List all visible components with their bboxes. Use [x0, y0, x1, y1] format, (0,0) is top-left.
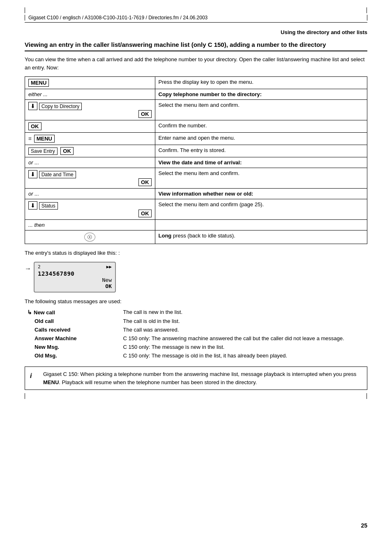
new-call-arrow: ↳	[27, 309, 32, 316]
right-cell-or1: View the date and time of arrival:	[155, 157, 367, 168]
info-box: i Gigaset C 150: When picking a telephon…	[25, 366, 367, 390]
entry-status-text: The entry's status is displayed like thi…	[25, 250, 367, 256]
status-messages-intro: The following status messages are used:	[25, 298, 367, 304]
keypad-icon: ⌗	[28, 135, 32, 142]
display-top-right: ▶▶	[106, 264, 112, 270]
left-cell-ok: OK	[25, 120, 155, 133]
save-entry-key: Save Entry	[28, 148, 58, 155]
copy-dir-key: Copy to Directory	[39, 103, 82, 110]
display-number: 1234567890	[38, 270, 112, 277]
left-cell-menu: MENU	[25, 77, 155, 89]
ok-date-key: OK	[138, 178, 152, 186]
status-row-new-call: ↳New call The call is new in the list.	[25, 308, 367, 317]
info-box-text: Gigaset C 150: When picking a telephone …	[43, 370, 362, 386]
status-label-old-msg: Old Msg.	[25, 351, 121, 360]
menu-bold: MENU	[43, 379, 59, 385]
table-row: either ... Copy telephone number to the …	[25, 89, 367, 100]
left-cell-date-time: ⬇ Date and Time OK	[25, 168, 155, 189]
table-row: MENU Press the display key to open the m…	[25, 77, 367, 89]
status-label-old-call: Old call	[25, 317, 121, 325]
table-row: ... then	[25, 220, 367, 230]
intro-paragraph: You can view the time when a call arrive…	[25, 55, 367, 71]
left-cell-end: ☉	[25, 230, 155, 244]
table-row: or ... View the date and time of arrival…	[25, 157, 367, 168]
table-row: Save Entry OK Confirm. The entry is stor…	[25, 145, 367, 157]
status-label-answer-machine: Answer Machine	[25, 334, 121, 343]
right-cell-status: Select the menu item and confirm (page 2…	[155, 199, 367, 220]
arrow-down-icon: ⬇	[28, 102, 37, 110]
right-cell-ok: Confirm the number.	[155, 120, 367, 133]
header-bar: Gigaset C100 / englisch / A31008-C100-J1…	[25, 15, 367, 23]
display-top-left: 2	[38, 264, 41, 270]
table-row: ⬇ Status OK Select the menu item and con…	[25, 199, 367, 220]
status-text-answer-machine: C 150 only: The answering machine answer…	[121, 334, 367, 343]
display-arrow: →	[25, 265, 31, 272]
top-corner-marks	[25, 7, 367, 13]
status-row-calls-received: Calls received The call was answered.	[25, 325, 367, 334]
left-cell-or2: or ...	[25, 189, 155, 199]
left-cell-copy: ⬇ Copy to Directory OK	[25, 100, 155, 120]
right-cell-save-entry: Confirm. The entry is stored.	[155, 145, 367, 157]
ok-key: OK	[138, 110, 152, 118]
status-text-new-msg: C 150 only: The message is new in the li…	[121, 343, 367, 351]
display-new-label: New	[38, 277, 112, 283]
status-row-old-msg: Old Msg. C 150 only: The message is old …	[25, 351, 367, 360]
left-cell-keypad-menu: ⌗ MENU	[25, 133, 155, 145]
status-text-old-call: The call is old in the list.	[121, 317, 367, 325]
right-cell-date-time: Select the menu item and confirm.	[155, 168, 367, 189]
main-title: Viewing an entry in the caller list/answ…	[25, 41, 367, 51]
status-messages-table: ↳New call The call is new in the list. O…	[25, 308, 367, 360]
section-heading: Using the directory and other lists	[25, 29, 367, 35]
info-icon: i	[30, 370, 38, 386]
right-cell-keypad-menu: Enter name and open the menu.	[155, 133, 367, 145]
page-number: 25	[361, 522, 367, 529]
display-ok-label: OK	[38, 283, 112, 289]
left-cell-save-entry: Save Entry OK	[25, 145, 155, 157]
table-row: or ... View information whether new or o…	[25, 189, 367, 199]
instruction-table: MENU Press the display key to open the m…	[25, 76, 367, 244]
header-right-mark	[362, 15, 367, 21]
status-row-old-call: Old call The call is old in the list.	[25, 317, 367, 325]
left-cell-or1: or ...	[25, 157, 155, 168]
end-call-icon: ☉	[84, 233, 95, 242]
ok-standalone-key: OK	[28, 122, 42, 130]
ok-save-key: OK	[60, 147, 74, 155]
status-label-calls-received: Calls received	[25, 325, 121, 334]
status-label-new-msg: New Msg.	[25, 343, 121, 351]
table-row: ☉ Long press (back to idle status).	[25, 230, 367, 244]
table-row: ⬇ Copy to Directory OK Select the menu i…	[25, 100, 367, 120]
arrow-down-icon-2: ⬇	[28, 170, 37, 178]
right-cell-either: Copy telephone number to the directory:	[155, 89, 367, 100]
status-text-new-call: The call is new in the list.	[121, 308, 367, 317]
table-row: ⌗ MENU Enter name and open the menu.	[25, 133, 367, 145]
left-cell-status: ⬇ Status OK	[25, 199, 155, 220]
table-row: ⬇ Date and Time OK Select the menu item …	[25, 168, 367, 189]
status-label-new-call: ↳New call	[25, 308, 121, 317]
date-time-key: Date and Time	[39, 171, 76, 178]
phone-display-wrapper: → 2 ▶▶ 1234567890 New OK	[25, 262, 367, 293]
arrow-down-icon-3: ⬇	[28, 201, 37, 210]
bottom-corner-marks	[25, 393, 367, 399]
display-top-row: 2 ▶▶	[38, 264, 112, 270]
left-cell-either: either ...	[25, 89, 155, 100]
status-text-calls-received: The call was answered.	[121, 325, 367, 334]
right-cell-menu: Press the display key to open the menu.	[155, 77, 367, 89]
status-row-new-msg: New Msg. C 150 only: The message is new …	[25, 343, 367, 351]
right-cell-then	[155, 220, 367, 230]
right-cell-end: Long press (back to idle status).	[155, 230, 367, 244]
menu-key: MENU	[28, 79, 49, 87]
header-text: Gigaset C100 / englisch / A31008-C100-J1…	[25, 15, 208, 21]
menu-icon: MENU	[34, 135, 55, 143]
page: Gigaset C100 / englisch / A31008-C100-J1…	[0, 0, 392, 537]
table-row: OK Confirm the number.	[25, 120, 367, 133]
phone-display: 2 ▶▶ 1234567890 New OK	[34, 262, 116, 293]
right-cell-copy: Select the menu item and confirm.	[155, 100, 367, 120]
status-key: Status	[39, 202, 58, 210]
status-text-old-msg: C 150 only: The message is old in the li…	[121, 351, 367, 360]
ok-status-key: OK	[138, 210, 152, 217]
right-cell-or2: View information whether new or old:	[155, 189, 367, 199]
left-cell-then: ... then	[25, 220, 155, 230]
status-row-answer-machine: Answer Machine C 150 only: The answering…	[25, 334, 367, 343]
